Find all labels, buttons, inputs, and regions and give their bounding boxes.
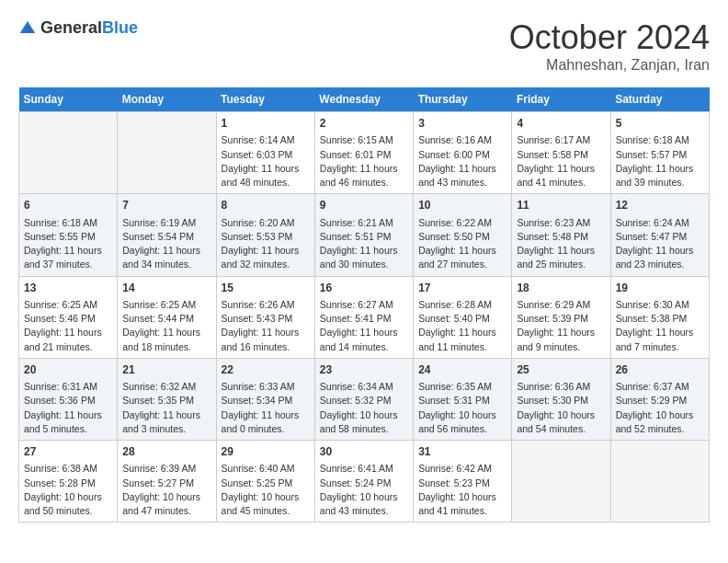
sunset-text: Sunset: 5:54 PM <box>122 231 194 242</box>
day-number: 25 <box>517 362 605 378</box>
calendar-cell: 20Sunrise: 6:31 AMSunset: 5:36 PMDayligh… <box>19 358 118 440</box>
sunrise-text: Sunrise: 6:36 AM <box>517 381 590 392</box>
daylight-text: Daylight: 11 hours and 23 minutes. <box>616 245 694 270</box>
daylight-text: Daylight: 11 hours and 3 minutes. <box>122 409 200 434</box>
calendar-cell: 5Sunrise: 6:18 AMSunset: 5:57 PMDaylight… <box>610 112 709 194</box>
column-header-wednesday: Wednesday <box>314 87 413 112</box>
day-number: 1 <box>222 116 310 132</box>
calendar-week-row: 27Sunrise: 6:38 AMSunset: 5:28 PMDayligh… <box>19 441 710 523</box>
sunset-text: Sunset: 5:30 PM <box>517 395 588 406</box>
calendar-cell: 27Sunrise: 6:38 AMSunset: 5:28 PMDayligh… <box>19 441 118 523</box>
calendar-cell: 6Sunrise: 6:18 AMSunset: 5:55 PMDaylight… <box>19 194 118 276</box>
day-number: 13 <box>24 281 112 296</box>
daylight-text: Daylight: 11 hours and 32 minutes. <box>222 245 300 270</box>
day-number: 31 <box>418 444 506 460</box>
sunrise-text: Sunrise: 6:28 AM <box>418 299 492 310</box>
sunset-text: Sunset: 5:34 PM <box>222 395 293 406</box>
sunset-text: Sunset: 6:00 PM <box>418 149 490 160</box>
sunset-text: Sunset: 5:40 PM <box>418 313 490 324</box>
daylight-text: Daylight: 10 hours and 54 minutes. <box>517 409 595 434</box>
logo: GeneralBlue <box>18 18 138 38</box>
column-header-monday: Monday <box>118 87 216 112</box>
title-block: October 2024 Mahneshan, Zanjan, Iran <box>509 18 710 74</box>
logo-icon <box>18 19 37 38</box>
daylight-text: Daylight: 10 hours and 47 minutes. <box>122 491 200 516</box>
sunrise-text: Sunrise: 6:41 AM <box>320 463 393 474</box>
sunset-text: Sunset: 5:25 PM <box>222 477 293 488</box>
day-number: 9 <box>320 198 408 213</box>
calendar-cell: 19Sunrise: 6:30 AMSunset: 5:38 PMDayligh… <box>610 276 709 358</box>
sunset-text: Sunset: 5:27 PM <box>122 477 194 488</box>
sunset-text: Sunset: 5:50 PM <box>418 231 490 242</box>
calendar-cell <box>512 441 610 523</box>
column-header-thursday: Thursday <box>414 87 512 112</box>
sunset-text: Sunset: 5:35 PM <box>122 395 194 406</box>
calendar-cell: 21Sunrise: 6:32 AMSunset: 5:35 PMDayligh… <box>118 358 216 440</box>
calendar-cell: 26Sunrise: 6:37 AMSunset: 5:29 PMDayligh… <box>610 358 709 440</box>
daylight-text: Daylight: 11 hours and 41 minutes. <box>517 163 595 188</box>
day-number: 27 <box>24 444 112 460</box>
daylight-text: Daylight: 11 hours and 27 minutes. <box>418 245 496 270</box>
calendar-cell: 25Sunrise: 6:36 AMSunset: 5:30 PMDayligh… <box>512 358 610 440</box>
sunrise-text: Sunrise: 6:30 AM <box>616 299 689 310</box>
sunset-text: Sunset: 5:41 PM <box>320 313 392 324</box>
column-header-friday: Friday <box>512 87 610 112</box>
calendar-cell <box>610 441 709 523</box>
sunrise-text: Sunrise: 6:27 AM <box>320 299 393 310</box>
calendar-week-row: 6Sunrise: 6:18 AMSunset: 5:55 PMDaylight… <box>19 194 710 276</box>
calendar-cell: 16Sunrise: 6:27 AMSunset: 5:41 PMDayligh… <box>314 276 413 358</box>
sunrise-text: Sunrise: 6:40 AM <box>222 463 295 474</box>
sunrise-text: Sunrise: 6:32 AM <box>122 381 196 392</box>
sunset-text: Sunset: 5:57 PM <box>616 149 688 160</box>
daylight-text: Daylight: 11 hours and 5 minutes. <box>24 409 102 434</box>
sunset-text: Sunset: 5:31 PM <box>418 395 490 406</box>
calendar-cell: 3Sunrise: 6:16 AMSunset: 6:00 PMDaylight… <box>414 112 512 194</box>
page-header: GeneralBlue October 2024 Mahneshan, Zanj… <box>18 18 710 74</box>
sunrise-text: Sunrise: 6:33 AM <box>222 381 295 392</box>
sunset-text: Sunset: 5:43 PM <box>222 313 293 324</box>
sunset-text: Sunset: 5:24 PM <box>320 477 392 488</box>
sunset-text: Sunset: 5:29 PM <box>616 395 688 406</box>
day-number: 8 <box>222 198 310 213</box>
day-number: 17 <box>418 281 506 296</box>
sunset-text: Sunset: 5:51 PM <box>320 231 392 242</box>
calendar-cell: 28Sunrise: 6:39 AMSunset: 5:27 PMDayligh… <box>118 441 216 523</box>
day-number: 12 <box>616 198 704 213</box>
day-number: 30 <box>320 444 408 460</box>
daylight-text: Daylight: 10 hours and 52 minutes. <box>616 409 694 434</box>
calendar-cell: 7Sunrise: 6:19 AMSunset: 5:54 PMDaylight… <box>118 194 216 276</box>
day-number: 20 <box>24 362 112 378</box>
day-number: 21 <box>122 362 210 378</box>
daylight-text: Daylight: 11 hours and 25 minutes. <box>517 245 595 270</box>
daylight-text: Daylight: 11 hours and 9 minutes. <box>517 327 595 351</box>
day-number: 16 <box>320 281 408 296</box>
day-number: 2 <box>320 116 408 132</box>
column-header-sunday: Sunday <box>19 87 118 112</box>
calendar-cell: 24Sunrise: 6:35 AMSunset: 5:31 PMDayligh… <box>414 358 512 440</box>
day-number: 4 <box>517 116 605 132</box>
logo-general: General <box>40 18 102 37</box>
day-number: 3 <box>418 116 506 132</box>
sunrise-text: Sunrise: 6:14 AM <box>222 134 295 145</box>
daylight-text: Daylight: 10 hours and 56 minutes. <box>418 409 496 434</box>
day-number: 5 <box>616 116 704 132</box>
daylight-text: Daylight: 11 hours and 7 minutes. <box>616 327 694 351</box>
month-title: October 2024 <box>509 18 710 57</box>
sunrise-text: Sunrise: 6:18 AM <box>616 134 689 145</box>
sunrise-text: Sunrise: 6:22 AM <box>418 217 492 228</box>
sunrise-text: Sunrise: 6:26 AM <box>222 299 295 310</box>
column-header-tuesday: Tuesday <box>216 87 314 112</box>
sunset-text: Sunset: 5:48 PM <box>517 231 588 242</box>
sunrise-text: Sunrise: 6:35 AM <box>418 381 492 392</box>
daylight-text: Daylight: 11 hours and 34 minutes. <box>122 245 200 270</box>
sunrise-text: Sunrise: 6:24 AM <box>616 217 689 228</box>
daylight-text: Daylight: 11 hours and 16 minutes. <box>222 327 300 351</box>
sunrise-text: Sunrise: 6:19 AM <box>122 217 196 228</box>
sunset-text: Sunset: 5:28 PM <box>24 477 96 488</box>
calendar-cell <box>19 112 118 194</box>
day-number: 6 <box>24 198 112 213</box>
sunset-text: Sunset: 5:58 PM <box>517 149 588 160</box>
daylight-text: Daylight: 11 hours and 18 minutes. <box>122 327 200 351</box>
calendar-header-row: SundayMondayTuesdayWednesdayThursdayFrid… <box>19 87 710 112</box>
calendar-cell: 22Sunrise: 6:33 AMSunset: 5:34 PMDayligh… <box>216 358 314 440</box>
